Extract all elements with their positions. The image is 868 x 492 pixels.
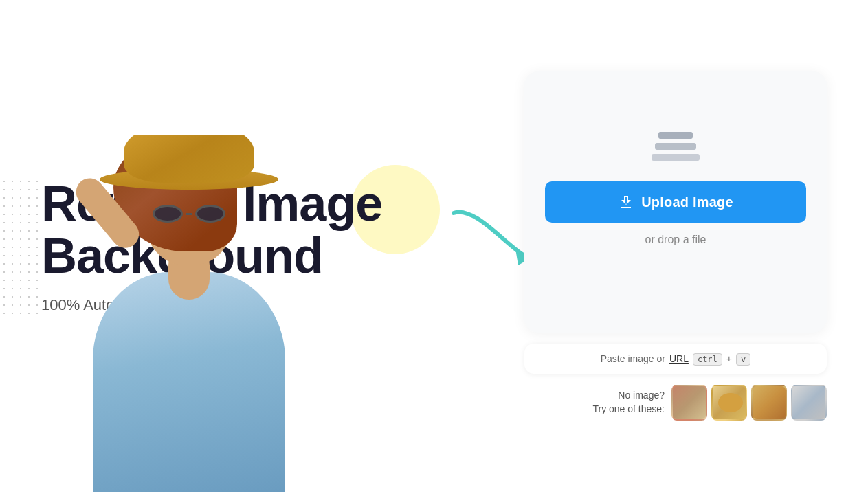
try-label-line2: Try one of these: [592,403,665,416]
kbd-v: v [736,353,750,364]
layers-icon [648,120,703,161]
paste-url-link[interactable]: URL [669,353,689,364]
sample-images-list [671,385,827,421]
upload-icon [618,194,634,210]
sample-image-woman[interactable] [671,385,707,421]
layer-top [658,132,693,139]
sample-image-dog[interactable] [711,385,747,421]
try-label-line1: No image? [592,389,665,403]
paste-bar: Paste image or URL ctrl + v [524,344,827,374]
arrow-decoration [447,199,536,271]
sample-image-car[interactable] [791,385,827,421]
kbd-plus-sep: + [726,353,732,364]
try-section: No image? Try one of these: [524,385,827,421]
upload-button-label: Upload Image [641,194,733,210]
right-section: Upload Image or drop a file Paste image … [524,71,827,421]
upload-image-button[interactable]: Upload Image [545,181,806,223]
layer-mid [655,143,696,150]
layer-bottom [652,154,700,161]
try-label: No image? Try one of these: [592,389,665,416]
sample-image-food[interactable] [751,385,787,421]
kbd-ctrl: ctrl [693,353,722,364]
page-wrapper: Remove Image Background 100% Automatical… [0,0,868,492]
paste-text-pre: Paste image or [601,353,665,364]
upload-card: Upload Image or drop a file [524,71,827,333]
hero-image-area [27,135,350,492]
drop-text: or drop a file [645,234,706,246]
